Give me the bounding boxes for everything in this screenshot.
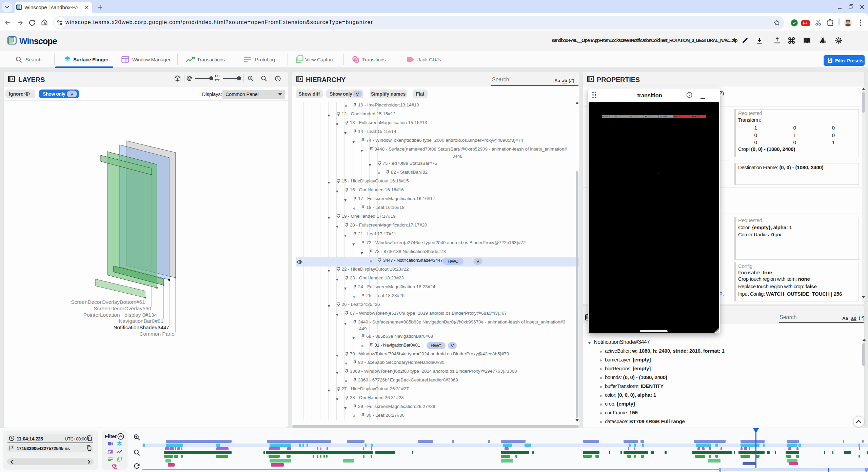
svg-text:PointerLocation - display 0#13: PointerLocation - display 0#134	[83, 312, 157, 318]
svg-text:ScreenDecorOverlay#60: ScreenDecorOverlay#60	[94, 306, 151, 311]
svg-text:Common Panel: Common Panel	[139, 331, 176, 337]
svg-text:ScreenDecorOverlayBottom#61: ScreenDecorOverlayBottom#61	[71, 299, 145, 305]
svg-text:NavigationBar0#81: NavigationBar0#81	[119, 318, 163, 324]
svg-text:NotificationShade#3447: NotificationShade#3447	[113, 324, 169, 330]
